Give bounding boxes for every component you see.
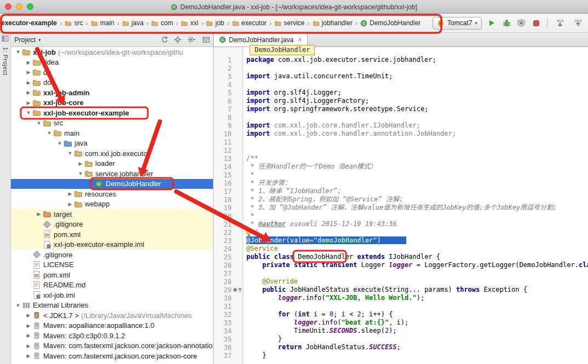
synchronize-icon[interactable] — [161, 36, 168, 43]
gutter-line-27[interactable]: 27 — [214, 269, 243, 278]
tree-item-gitignore[interactable]: .gitignore — [11, 250, 213, 260]
chevron-down-icon[interactable]: ▼ — [14, 49, 22, 55]
chevron-right-icon[interactable]: ▶ — [35, 211, 43, 217]
chevron-right-icon[interactable]: ▶ — [66, 201, 74, 207]
tree-item-maven-com-fasterxml-jackson-core-jackson-core[interactable]: ▶Maven: com.fasterxml.jackson.core:jacks… — [11, 351, 213, 361]
breadcrumb-item-executor-example[interactable]: executor-example — [1, 19, 57, 27]
breadcrumb-item-job[interactable]: job — [206, 19, 224, 27]
gutter-line-10[interactable]: 10 — [214, 130, 243, 138]
tree-item-java[interactable]: ▼java — [11, 138, 213, 149]
tree-item-doc[interactable]: ▶doc — [11, 78, 213, 88]
gutter-line-2[interactable]: 2 — [214, 64, 243, 72]
scroll-to-source-icon[interactable] — [174, 36, 181, 43]
tree-item-pom-xml[interactable]: mpom.xml — [11, 270, 213, 280]
coverage-button[interactable] — [516, 18, 526, 28]
chevron-down-icon[interactable]: ▼ — [35, 120, 43, 126]
tree-item-demojobhandler[interactable]: CDemoJobHandler — [11, 179, 213, 189]
tree-item-xxl-job-executor-example[interactable]: ▼xxl-job-executor-example — [11, 108, 213, 118]
gutter-line-6[interactable]: 6 — [214, 97, 243, 105]
breadcrumb-item-java[interactable]: java — [122, 19, 143, 27]
gutter-line-14[interactable]: 14 — [214, 163, 243, 171]
tree-item-xxl-job-iml[interactable]: xxl-job.iml — [11, 290, 213, 301]
breadcrumb-item-executor[interactable]: executor — [232, 19, 267, 27]
chevron-right-icon[interactable]: ▶ — [25, 70, 32, 75]
chevron-right-icon[interactable]: ▶ — [25, 323, 32, 328]
chevron-right-icon[interactable]: ▶ — [77, 161, 84, 166]
close-tab-icon[interactable]: × — [298, 36, 302, 44]
gutter-line-32[interactable]: 32 — [214, 310, 243, 319]
gutter-line-34[interactable]: 34 — [214, 327, 243, 335]
tree-item-maven-c3p0-c3p0-0-9-1-2[interactable]: ▶Maven: c3p0:c3p0:0.9.1.2 — [11, 331, 213, 341]
chevron-down-icon[interactable]: ▼ — [56, 141, 64, 146]
gutter-line-22[interactable]: 22 — [214, 228, 243, 236]
gutter-line-9[interactable]: 9 — [214, 122, 243, 130]
gutter-line-36[interactable]: 36 — [214, 343, 243, 351]
gutter-line-18[interactable]: 18 — [214, 195, 243, 204]
tree-item-main[interactable]: ▼main — [11, 128, 213, 138]
breadcrumb-item-jobhandler[interactable]: jobhandler — [313, 19, 353, 27]
tree-item-jdk1-7[interactable]: ▶< JDK1.7 > (/Library/Java/JavaVirtualMa… — [11, 310, 213, 321]
gutter-line-29[interactable]: 29 — [214, 286, 243, 294]
chevron-down-icon[interactable]: ▼ — [14, 303, 22, 308]
gutter-line-13[interactable]: 13 — [214, 154, 243, 163]
gutter-line-37[interactable]: 37 — [214, 351, 243, 360]
chevron-right-icon[interactable]: ▶ — [25, 353, 32, 359]
breadcrumb-item-service[interactable]: service — [274, 19, 304, 27]
run-button[interactable] — [487, 18, 497, 28]
gutter-line-25[interactable]: 25 — [214, 253, 243, 261]
tree-item-license[interactable]: LICENSE — [11, 260, 213, 270]
gutter-line-7[interactable]: 7 — [214, 105, 243, 113]
stop-button[interactable] — [531, 18, 541, 28]
tree-item-target[interactable]: ▶target — [11, 209, 213, 219]
chevron-right-icon[interactable]: ▶ — [25, 90, 32, 95]
tree-item-com-xxl-job-executor[interactable]: ▼com.xxl.job.executor — [11, 148, 213, 159]
chevron-right-icon[interactable]: ▶ — [25, 60, 32, 65]
gutter-line-26[interactable]: 26 — [214, 261, 243, 269]
vcs-update-button[interactable]: VCS — [554, 18, 567, 28]
gutter-line-8[interactable]: 8 — [214, 113, 243, 122]
gutter-line-23[interactable]: 23 — [214, 236, 243, 245]
breadcrumb-item-src[interactable]: src — [65, 19, 83, 27]
tree-item-readme-md[interactable]: README.md — [11, 280, 213, 291]
gutter-line-31[interactable]: 31 — [214, 302, 243, 310]
intention-bulb-icon[interactable] — [245, 229, 252, 239]
gutter-line-19[interactable]: 19 — [214, 204, 243, 212]
chevron-right-icon[interactable]: ▶ — [25, 343, 32, 349]
gutter-line-24[interactable]: 24 — [214, 245, 243, 253]
gutter-line-17[interactable]: 17 — [214, 187, 243, 195]
tree-item-pom-xml[interactable]: mpom.xml — [11, 229, 213, 240]
gutter-line-5[interactable]: 5 — [214, 89, 243, 97]
breadcrumb-item-demojobhandler[interactable]: CDemoJobHandler — [360, 19, 420, 27]
breadcrumb-item-com[interactable]: com — [151, 19, 173, 27]
override-marker-icon[interactable] — [233, 287, 243, 293]
chevron-right-icon[interactable]: ▶ — [66, 191, 74, 197]
breadcrumb-item-main[interactable]: main — [91, 19, 114, 27]
gutter-line-33[interactable]: 33 — [214, 319, 243, 327]
tree-item-webapp[interactable]: ▶webapp — [11, 199, 213, 210]
tree-item-src[interactable]: ▼src — [11, 118, 213, 129]
tree-item-resources[interactable]: ▶resources — [11, 189, 213, 199]
chevron-down-icon[interactable]: ▼ — [45, 130, 53, 136]
breadcrumb-item-xxl[interactable]: xxl — [181, 19, 198, 27]
tree-item-xxl-job[interactable]: ▼xxl-job (~/workspaces/idea-git-workspac… — [11, 47, 213, 57]
project-tool-window-button[interactable]: 1: Project — [2, 47, 9, 75]
chevron-down-icon[interactable]: ▼ — [77, 171, 84, 176]
tree-item-loader[interactable]: ▶loader — [11, 159, 213, 169]
gutter-line-15[interactable]: 15 — [214, 171, 243, 179]
chevron-right-icon[interactable]: ▶ — [25, 80, 32, 85]
debug-button[interactable] — [501, 18, 511, 28]
chevron-right-icon[interactable]: ▶ — [25, 100, 32, 106]
tree-item-maven-com-fasterxml-jackson-core-jackson-annotations[interactable]: ▶Maven: com.fasterxml.jackson.core:jacks… — [11, 341, 213, 351]
project-view-selector[interactable]: Project ▾ — [14, 36, 41, 44]
tree-item-xxl-job-core[interactable]: ▶xxl-job-core — [11, 98, 213, 108]
chevron-right-icon[interactable]: ▶ — [25, 313, 32, 318]
chevron-down-icon[interactable]: ▼ — [25, 110, 32, 115]
gutter-line-21[interactable]: 21 — [214, 220, 243, 228]
tree-item-external-libraries[interactable]: ▼External Libraries — [11, 301, 213, 311]
gutter-line-11[interactable]: 11 — [214, 138, 243, 146]
tree-item-idea[interactable]: ▶.idea — [11, 57, 213, 68]
gutter-line-1[interactable]: 1 — [214, 56, 243, 64]
gutter-line-20[interactable]: 20 — [214, 212, 243, 220]
editor-gutter[interactable]: 1234567891011121314151617181920212223242… — [214, 47, 243, 364]
vcs-commit-button[interactable]: VCS — [572, 18, 585, 28]
